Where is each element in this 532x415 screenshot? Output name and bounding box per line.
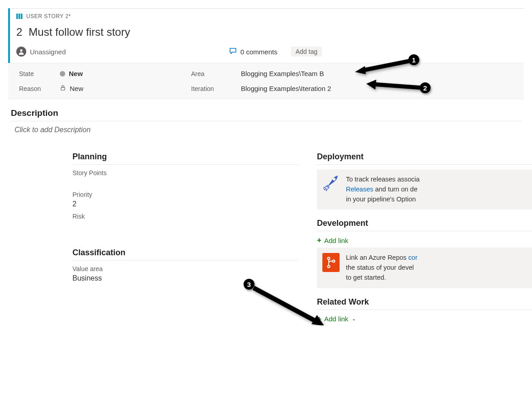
description-input[interactable]: Click to add Description xyxy=(14,126,521,134)
development-text-3: to get started. xyxy=(346,274,386,281)
area-label: Area xyxy=(191,70,205,77)
comments-button[interactable]: 0 comments xyxy=(229,47,278,56)
svg-point-3 xyxy=(20,49,22,52)
assignee-label: Unassigned xyxy=(30,48,66,56)
description-section: Description Click to add Description xyxy=(11,108,521,134)
work-item-type-label: USER STORY 2* xyxy=(26,13,71,19)
classification-heading: Classification xyxy=(72,248,299,261)
development-text-1: Link an Azure Repos xyxy=(346,254,408,261)
deployment-text-1: To track releases associa xyxy=(346,176,420,183)
commits-link[interactable]: cor xyxy=(408,254,417,261)
reason-label: Reason xyxy=(19,85,51,92)
lock-icon xyxy=(60,85,66,92)
iteration-label: Iteration xyxy=(191,85,232,92)
user-story-icon xyxy=(16,13,23,19)
comment-icon xyxy=(229,47,237,56)
work-item-meta-row: Unassigned 0 comments Add tag xyxy=(16,47,524,63)
state-label: State xyxy=(19,70,34,77)
development-text-2: the status of your devel xyxy=(346,264,414,271)
development-heading: Development xyxy=(317,219,532,231)
iteration-field[interactable]: Iteration Blogging Examples\Iteration 2 xyxy=(191,85,524,92)
deployment-info: To track releases associa Releases and t… xyxy=(317,169,532,210)
deployment-text-3: in your pipeline's Option xyxy=(346,196,416,203)
priority-value[interactable]: 2 xyxy=(72,200,299,208)
story-points-input[interactable] xyxy=(72,176,299,186)
related-add-link-label: Add link xyxy=(324,315,348,323)
related-work-heading: Related Work xyxy=(317,297,532,310)
work-item-id: 2 xyxy=(16,26,22,38)
related-work-section: Related Work + Add link ⌄ xyxy=(317,297,532,325)
svg-rect-2 xyxy=(21,14,23,19)
plus-icon: + xyxy=(317,315,321,324)
iteration-value: Blogging Examples\Iteration 2 xyxy=(241,85,331,92)
lower-columns: Planning Story Points Priority 2 Risk Cl… xyxy=(0,152,532,325)
work-item-header: USER STORY 2* 2 Must follow first story … xyxy=(8,8,524,63)
description-heading: Description xyxy=(11,108,521,121)
work-item-type-row: USER STORY 2* xyxy=(16,13,524,19)
area-field[interactable]: Area Blogging Examples\Team B xyxy=(191,70,524,77)
risk-input[interactable] xyxy=(72,220,299,230)
work-item-title[interactable]: Must follow first story xyxy=(29,26,130,38)
releases-link[interactable]: Releases xyxy=(346,186,373,193)
reason-value: New xyxy=(70,85,83,92)
deployment-section: Deployment To track releases associa Rel… xyxy=(317,152,532,210)
reason-field[interactable]: Reason New xyxy=(19,85,191,92)
deployment-text-2: and turn on de xyxy=(373,186,417,193)
rocket-icon xyxy=(322,175,340,192)
comments-count: 0 comments xyxy=(240,48,278,56)
planning-heading: Planning xyxy=(72,152,299,165)
svg-point-11 xyxy=(328,266,330,268)
development-section: Development + Add link Link an Azure Rep… xyxy=(317,219,532,288)
svg-rect-0 xyxy=(16,14,18,19)
story-points-label: Story Points xyxy=(72,169,299,176)
state-value: New xyxy=(69,70,83,77)
risk-label: Risk xyxy=(72,213,299,220)
state-field[interactable]: State New xyxy=(19,70,191,77)
related-add-link-button[interactable]: + Add link ⌄ xyxy=(317,315,532,324)
planning-section: Planning Story Points Priority 2 Risk xyxy=(72,152,299,230)
classification-section: Classification Value area Business xyxy=(72,248,299,282)
area-value: Blogging Examples\Team B xyxy=(241,70,324,77)
value-area-value[interactable]: Business xyxy=(72,274,299,282)
svg-point-7 xyxy=(333,178,335,181)
development-add-link-button[interactable]: + Add link xyxy=(317,236,532,245)
fields-band: State New Reason New Area Blogging Examp… xyxy=(8,63,524,99)
deployment-heading: Deployment xyxy=(317,152,532,165)
svg-point-10 xyxy=(328,258,330,260)
add-tag-button[interactable]: Add tag xyxy=(291,47,322,57)
work-item-title-row: 2 Must follow first story xyxy=(16,26,524,38)
svg-rect-1 xyxy=(19,14,20,19)
priority-label: Priority xyxy=(72,191,299,198)
chevron-down-icon: ⌄ xyxy=(352,316,356,322)
avatar-icon xyxy=(16,47,26,57)
development-info: Link an Azure Repos cor the status of yo… xyxy=(317,248,532,288)
state-dot-icon xyxy=(60,71,65,76)
development-add-link-label: Add link xyxy=(324,237,348,244)
plus-icon: + xyxy=(317,236,321,245)
svg-point-12 xyxy=(333,260,335,262)
repo-icon xyxy=(322,253,340,272)
svg-rect-4 xyxy=(61,87,65,90)
value-area-label: Value area xyxy=(72,265,299,272)
assignee-field[interactable]: Unassigned xyxy=(16,47,216,57)
